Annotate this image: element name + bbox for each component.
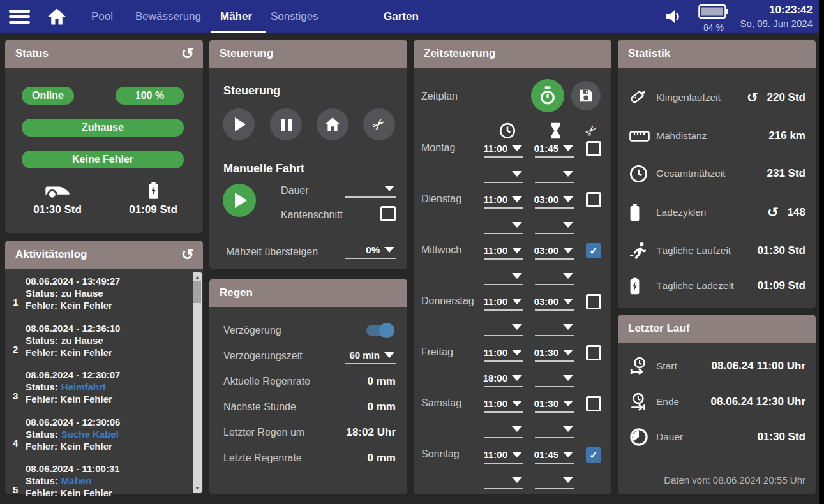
start-time-icon — [499, 122, 516, 142]
menu-icon[interactable] — [9, 10, 30, 24]
chevron-down-icon — [563, 401, 573, 406]
start-button[interactable] — [223, 108, 255, 140]
start-time-dropdown[interactable]: 11:00 — [484, 345, 523, 362]
manual-start-button[interactable] — [223, 184, 256, 217]
tab-pool[interactable]: Pool — [91, 10, 113, 23]
chevron-down-icon — [563, 350, 573, 355]
letzter-regen-value: 18:02 Uhr — [347, 426, 396, 439]
edge-cut-checkbox[interactable]: ✓ — [586, 396, 601, 411]
duration-dropdown[interactable]: 01:30 — [535, 345, 574, 362]
start-time-dropdown-2[interactable] — [484, 269, 523, 285]
chevron-down-icon — [512, 401, 522, 406]
edge-cut-button[interactable]: ✂ — [363, 108, 395, 140]
scissors-icon: ✂ — [369, 114, 389, 134]
charge-time-stat: 01:09 Std — [124, 181, 182, 216]
home-icon[interactable] — [47, 7, 66, 26]
scrollbar-thumb[interactable] — [193, 281, 201, 303]
pause-button[interactable] — [270, 108, 302, 140]
duration-dropdown[interactable]: 03:00 — [535, 294, 574, 311]
speaker-icon[interactable] — [665, 8, 683, 27]
duration-dropdown[interactable]: 01:45 — [535, 447, 574, 464]
refresh-icon[interactable]: ↺ — [181, 46, 194, 61]
pause-icon — [281, 119, 292, 131]
duration-dropdown[interactable]: 01:30 — [535, 396, 574, 413]
panel-title: Aktivitätenlog — [15, 248, 87, 261]
activity-log-panel: Aktivitätenlog ↺ 1 08.06.2024 - 13:49:27… — [5, 241, 203, 494]
start-time-dropdown[interactable]: 11:00 — [484, 447, 523, 464]
duration-dropdown-2[interactable] — [535, 422, 574, 438]
chevron-down-icon — [512, 452, 522, 457]
stat-taegliche-laufzeit: Tägliche Laufzeit 01:30 Std — [618, 239, 816, 262]
verzoegerungszeit-dropdown[interactable]: 60 min — [345, 348, 396, 364]
tab-maeher[interactable]: Mäher — [220, 10, 252, 23]
reset-icon[interactable]: ↺ — [747, 90, 758, 105]
refresh-icon[interactable]: ↺ — [181, 247, 194, 262]
edge-cut-checkbox[interactable]: ✓ — [586, 345, 601, 360]
stat-maehdistanz: Mähdistanz 216 km — [618, 124, 816, 147]
scroll-down-icon[interactable]: ▼ — [193, 484, 202, 493]
letzte-regenrate-value: 0 mm — [368, 452, 396, 464]
schedule-row-sonntag: Sonntag 11:00 01:45 ✓ — [414, 447, 611, 497]
clock-icon — [629, 165, 656, 183]
dauer-dropdown[interactable] — [345, 181, 396, 198]
scroll-up-icon[interactable]: ▲ — [193, 272, 202, 281]
log-entry-number: 4 — [13, 438, 18, 448]
kantenschnitt-checkbox[interactable]: ✓ — [380, 206, 396, 221]
start-time-dropdown-2[interactable]: 18:00 — [484, 371, 523, 387]
edge-cut-checkbox[interactable]: ✓ — [586, 243, 601, 258]
duration-dropdown-2[interactable] — [535, 218, 574, 234]
timer-button[interactable] — [531, 79, 564, 112]
start-time-dropdown[interactable]: 11:00 — [484, 396, 523, 413]
start-time-dropdown[interactable]: 11:00 — [484, 141, 523, 158]
edge-cut-checkbox[interactable]: ✓ — [586, 294, 601, 309]
duration-dropdown[interactable]: 03:00 — [535, 243, 574, 260]
duration-dropdown-2[interactable] — [535, 473, 574, 489]
date: So, 09. Jun 2024 — [740, 18, 813, 29]
tab-bewaesserung[interactable]: Bewässerung — [135, 10, 201, 23]
log-status-line: Status:zu Hause — [26, 287, 185, 299]
start-time-dropdown[interactable]: 11:00 — [484, 294, 523, 311]
clock: 10:23:42 So, 09. Jun 2024 — [740, 4, 813, 29]
start-time-dropdown-2[interactable] — [484, 320, 523, 336]
list-item: 3 08.06.2024 - 12:30:07 Status:Heimfahrt… — [11, 369, 185, 405]
log-status-line: Status:zu Hause — [26, 334, 185, 346]
mower-icon — [29, 181, 86, 200]
stat-taegliche-ladezeit: Tägliche Ladezeit 01:09 Std — [618, 274, 816, 297]
error-state-badge: Keine Fehler — [22, 151, 184, 168]
chevron-down-icon — [512, 426, 522, 432]
verzoegerung-toggle[interactable] — [366, 325, 393, 336]
day-label: Sonntag — [421, 448, 460, 460]
duration-dropdown-2[interactable] — [535, 371, 574, 387]
duration-dropdown[interactable]: 01:45 — [535, 141, 574, 158]
tab-sonstiges[interactable]: Sonstiges — [271, 10, 318, 23]
edge-cut-checkbox[interactable]: ✓ — [586, 141, 601, 156]
start-time-dropdown[interactable]: 11:00 — [484, 192, 523, 209]
home-button[interactable] — [317, 108, 348, 140]
stopwatch-icon — [539, 86, 556, 105]
start-time-dropdown-2[interactable] — [484, 167, 523, 183]
panel-title: Status — [15, 47, 49, 60]
edge-cut-checkbox[interactable]: ✓ — [586, 447, 601, 463]
log-error-line: Fehler: Kein Fehler — [26, 440, 185, 452]
start-time-dropdown[interactable]: 11:00 — [484, 243, 523, 260]
duration-dropdown-2[interactable] — [535, 167, 574, 183]
status-panel: Status ↺ Online 100 % Zuhause Keine Fehl… — [5, 40, 203, 233]
start-time-dropdown-2[interactable] — [484, 473, 523, 489]
start-time-dropdown-2[interactable] — [484, 218, 523, 234]
play-icon — [235, 193, 247, 208]
chevron-down-icon — [512, 171, 522, 177]
day-label: Mittwoch — [421, 244, 461, 256]
data-timestamp: Daten von: 08.06.2024 20:55 Uhr — [664, 475, 805, 485]
start-time-dropdown-2[interactable] — [484, 422, 523, 438]
edge-cut-checkbox[interactable]: ✓ — [586, 192, 601, 207]
maehzeit-dropdown[interactable]: 0% — [345, 242, 396, 259]
duration-dropdown-2[interactable] — [535, 320, 574, 336]
reset-icon[interactable]: ↺ — [767, 205, 779, 220]
log-timestamp: 08.06.2024 - 11:00:31 — [26, 463, 185, 475]
scrollbar[interactable]: ▲ ▼ — [193, 272, 202, 493]
duration-dropdown[interactable]: 03:00 — [535, 192, 574, 209]
save-button[interactable] — [571, 81, 601, 110]
zeitsteuerung-panel: Zeitsteuerung Zeitplan ✂ Montag 11:00 01… — [414, 40, 611, 494]
duration-dropdown-2[interactable] — [535, 269, 574, 285]
letzte-regenrate-label: Letzte Regenrate — [223, 452, 302, 464]
